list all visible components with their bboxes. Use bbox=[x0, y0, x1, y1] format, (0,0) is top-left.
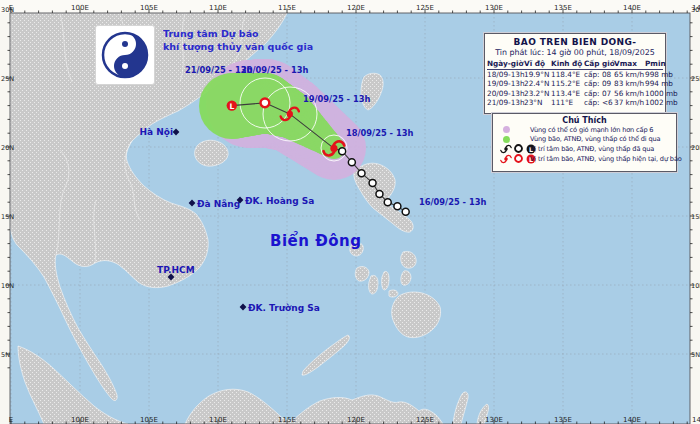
info-cell: Vmax bbox=[614, 59, 645, 69]
longitude-label: E bbox=[9, 416, 13, 424]
info-table-row: 20/09-13h23.2°N113.4°Ecấp: 0756 km/h1000… bbox=[487, 89, 663, 98]
info-cell: 998 mb bbox=[645, 70, 661, 79]
latitude-label: 25N bbox=[691, 75, 700, 83]
latitude-label: 30N bbox=[691, 6, 700, 14]
latitude-label: 15N bbox=[1, 213, 14, 221]
past-position-marker bbox=[402, 208, 409, 215]
storm-info-box: BAO TREN BIEN DONG- Tin phát lúc: 14 giờ… bbox=[484, 33, 666, 114]
longitude-label: 110E bbox=[209, 416, 227, 424]
place-label: Hà Nội bbox=[139, 127, 173, 137]
legend-item-forecast-positions: Vị trí tâm bão, ATNĐ, vùng thấp hiện tại… bbox=[493, 154, 676, 164]
agency-name: Trung tâm Dự báo khí tượng thủy văn quốc… bbox=[163, 27, 313, 53]
info-cell: Cấp gió bbox=[584, 59, 614, 69]
info-cell: 22.4°N bbox=[524, 79, 551, 88]
place-label: TP.HCM bbox=[157, 265, 195, 275]
track-date-label: 18/09/25 - 13h bbox=[346, 128, 413, 138]
latitude-label: 10N bbox=[691, 282, 700, 290]
info-cell: 83 km/h bbox=[614, 79, 645, 88]
longitude-label: 145E bbox=[692, 416, 700, 424]
info-cell: 19/09-13h bbox=[487, 79, 524, 88]
track-date-label: 19/09/25 - 13h bbox=[303, 94, 370, 104]
longitude-label: 140E bbox=[623, 416, 641, 424]
longitude-label: 120E bbox=[347, 4, 365, 12]
info-cell: 18/09-13h bbox=[487, 70, 524, 79]
info-cell: Vĩ độ bbox=[524, 59, 551, 69]
longitude-label: 115E bbox=[278, 416, 296, 424]
longitude-label: 125E bbox=[416, 4, 434, 12]
info-cell: 21/09-13h bbox=[487, 98, 524, 107]
info-cell: 113.4°E bbox=[551, 89, 584, 98]
longitude-label: 115E bbox=[278, 4, 296, 12]
longitude-label: 105E bbox=[140, 416, 158, 424]
info-cell: 1000 mb bbox=[645, 89, 661, 98]
longitude-label: 130E bbox=[485, 4, 503, 12]
gale-area-swatch bbox=[503, 126, 510, 133]
agency-name-line2: khí tượng thủy văn quốc gia bbox=[163, 40, 313, 53]
longitude-label: 130E bbox=[485, 416, 503, 424]
place-label: ĐK. Trường Sa bbox=[248, 303, 320, 313]
agency-name-line1: Trung tâm Dự báo bbox=[163, 27, 313, 40]
past-position-marker bbox=[369, 179, 376, 186]
legend-item-gale-area: Vùng có thể có gió mạnh lớn hơn cấp 6 bbox=[493, 125, 676, 135]
info-cell: Pmin bbox=[645, 59, 661, 69]
storm-info-issued-time: Tin phát lúc: 14 giờ 00 phút, 18/09/2025 bbox=[485, 48, 665, 57]
passage-area-swatch bbox=[503, 136, 510, 143]
info-cell: 994 mb bbox=[645, 79, 661, 88]
agency-logo bbox=[95, 25, 155, 85]
longitude-label: 135E bbox=[554, 416, 572, 424]
past-position-marker bbox=[376, 190, 383, 197]
longitude-label: 105E bbox=[140, 4, 158, 12]
info-table-row: 18/09-13h19.9°N118.4°Ecấp: 0865 km/h998 … bbox=[487, 70, 663, 79]
latitude-label: 20N bbox=[1, 144, 14, 152]
info-cell: 23°N bbox=[524, 98, 551, 107]
info-cell: Kinh độ bbox=[551, 59, 584, 69]
weather-map-stage: L Hà N bbox=[0, 0, 700, 424]
info-cell: 56 km/h bbox=[614, 89, 645, 98]
forecast-ring-marker bbox=[261, 98, 270, 107]
track-date-label: 21/09/25 - 13h bbox=[185, 65, 252, 75]
info-cell: 115.2°E bbox=[551, 79, 584, 88]
past-position-marker bbox=[384, 199, 391, 206]
info-cell: cấp: 09 bbox=[584, 79, 614, 88]
longitude-label: 125E bbox=[416, 416, 434, 424]
track-date-label: 16/09/25 - 13h bbox=[419, 197, 486, 207]
forecast-low-marker bbox=[227, 100, 237, 110]
longitude-label: 110E bbox=[209, 4, 227, 12]
info-cell: 19.9°N bbox=[524, 70, 551, 79]
info-cell: cấp: 07 bbox=[584, 89, 614, 98]
longitude-label: 135E bbox=[554, 4, 572, 12]
latitude-label: 5N bbox=[691, 351, 700, 359]
longitude-label: 100E bbox=[71, 4, 89, 12]
sea-name-label: Biển Đông bbox=[270, 231, 361, 250]
past-position-marker bbox=[358, 170, 365, 177]
longitude-label: 140E bbox=[623, 4, 641, 12]
info-cell: 23.2°N bbox=[524, 89, 551, 98]
place-label: Đà Nẵng bbox=[197, 199, 240, 209]
info-cell: 118.4°E bbox=[551, 70, 584, 79]
past-position-marker bbox=[339, 148, 346, 155]
past-position-marker bbox=[348, 159, 355, 166]
latitude-label: 25N bbox=[1, 75, 14, 83]
land-hainan bbox=[195, 140, 229, 166]
forecast-typhoon-icon bbox=[500, 153, 512, 165]
legend-title: Chú Thích bbox=[493, 116, 676, 125]
info-table-row: 19/09-13h22.4°N115.2°Ecấp: 0983 km/h994 … bbox=[487, 79, 663, 88]
info-cell: 37 km/h bbox=[614, 98, 645, 107]
place-label: ĐK. Hoàng Sa bbox=[245, 196, 314, 206]
longitude-label: 100E bbox=[71, 416, 89, 424]
latitude-label: 10N bbox=[1, 282, 14, 290]
legend-box: Chú Thích Vùng có thể có gió mạnh lớn hơ… bbox=[492, 113, 677, 172]
info-table-header: Ngày-giờVĩ độKinh độCấp gióVmaxPmin bbox=[487, 59, 663, 70]
agency-logo-emblem bbox=[96, 26, 154, 84]
latitude-label: 20N bbox=[691, 144, 700, 152]
forecast-depression-icon bbox=[513, 153, 524, 164]
past-position-marker bbox=[394, 203, 401, 210]
info-cell: cấp: 08 bbox=[584, 70, 614, 79]
info-cell: cấp: <6 bbox=[584, 98, 614, 107]
storm-info-title: BAO TREN BIEN DONG- bbox=[485, 37, 665, 47]
latitude-label: 15N bbox=[691, 213, 700, 221]
info-cell: 1002 mb bbox=[645, 98, 661, 107]
info-table-row: 21/09-13h23°N111°Ecấp: <637 km/h1002 mb bbox=[487, 98, 663, 107]
latitude-label: 30N bbox=[1, 6, 14, 14]
info-cell: 20/09-13h bbox=[487, 89, 524, 98]
